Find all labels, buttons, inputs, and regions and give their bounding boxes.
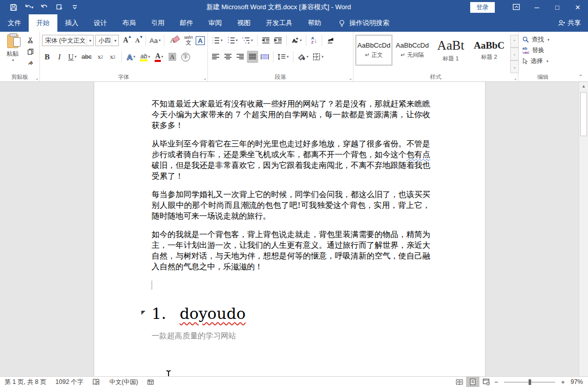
bullets-button[interactable]: ▾ xyxy=(210,34,224,47)
word-count-status[interactable]: 1092 个字 xyxy=(51,377,88,387)
heading-collapse-icon[interactable] xyxy=(141,311,145,315)
undo-dropdown-icon[interactable]: ▾ xyxy=(31,5,33,10)
save-icon[interactable] xyxy=(7,2,19,13)
close-button[interactable]: ✕ xyxy=(568,0,588,14)
shading-button[interactable]: ▾ xyxy=(296,51,310,63)
superscript-button[interactable]: x2 xyxy=(108,51,118,63)
tab-mailings[interactable]: 邮件 xyxy=(172,14,201,32)
justify-button[interactable] xyxy=(247,51,258,63)
redo-icon[interactable] xyxy=(38,2,50,13)
font-dialog-launcher-icon[interactable]: ⌟ xyxy=(204,75,206,80)
character-shading-button[interactable]: A xyxy=(167,51,178,63)
tab-review[interactable]: 审阅 xyxy=(201,14,229,32)
styles-scroll-down-icon[interactable]: ⌄ xyxy=(510,48,519,60)
collapse-ribbon-icon[interactable]: ⌃ xyxy=(579,74,583,79)
tab-design[interactable]: 设计 xyxy=(86,14,115,32)
page-number-status[interactable]: 第 1 页, 共 8 页 xyxy=(0,377,51,387)
numbering-button[interactable]: ▾ xyxy=(225,34,240,47)
paste-button[interactable]: 粘贴 ▾ xyxy=(2,33,23,73)
tab-file[interactable]: 文件 xyxy=(0,14,29,32)
scroll-up-icon[interactable]: ▲ xyxy=(579,82,588,91)
tab-help[interactable]: 帮助 xyxy=(300,14,329,32)
phonetic-guide-button[interactable]: wén文 xyxy=(183,34,194,47)
zoom-slider[interactable] xyxy=(504,382,555,382)
text-effects-button[interactable]: A▾ xyxy=(125,51,137,63)
font-color-button[interactable]: A▾ xyxy=(154,51,165,63)
grow-font-button[interactable]: A▲ xyxy=(120,34,131,47)
tab-home[interactable]: 开始 xyxy=(29,14,57,32)
document-page[interactable]: 不知道最近大家最近有没有收藏一些好用的网站了？若是没有，那就赶紧来瞧瞧今天小编为… xyxy=(94,82,486,376)
tab-developer[interactable]: 开发工具 xyxy=(258,14,300,32)
touch-mouse-mode-icon[interactable] xyxy=(53,2,66,13)
scrollbar-thumb[interactable] xyxy=(580,92,587,136)
font-size-combo[interactable]: 小四 ▾ xyxy=(95,35,119,46)
align-center-button[interactable] xyxy=(222,51,234,63)
tab-references[interactable]: 引用 xyxy=(143,14,172,32)
minimize-button[interactable]: ─ xyxy=(527,0,547,14)
multilevel-list-button[interactable]: ▾ xyxy=(240,34,255,47)
tab-view[interactable]: 视图 xyxy=(229,14,258,32)
increase-indent-button[interactable] xyxy=(272,34,284,47)
find-button[interactable]: 查找▾ xyxy=(520,34,552,45)
format-painter-icon[interactable] xyxy=(25,58,36,69)
clear-formatting-button[interactable]: A xyxy=(167,34,178,47)
underline-button[interactable]: U▾ xyxy=(67,51,78,63)
clipboard-dialog-launcher-icon[interactable]: ⌟ xyxy=(36,75,38,80)
style-heading1[interactable]: AaBt 标题 1 xyxy=(432,35,469,66)
proofing-status-icon[interactable] xyxy=(88,377,104,387)
customize-qat-icon[interactable] xyxy=(69,2,81,13)
show-hide-marks-button[interactable] xyxy=(325,34,336,47)
share-button[interactable]: 共享 xyxy=(558,14,581,32)
shrink-font-button[interactable]: A▼ xyxy=(132,34,142,47)
text-highlight-button[interactable]: ab▾ xyxy=(139,51,152,63)
sort-button[interactable]: AZ↓ xyxy=(309,34,319,47)
distribute-button[interactable] xyxy=(259,51,270,63)
read-mode-icon[interactable] xyxy=(453,377,466,387)
line-spacing-button[interactable]: ▾ xyxy=(276,51,290,63)
select-button[interactable]: 选择▾ xyxy=(520,56,552,67)
style-normal[interactable]: AaBbCcDd ↵ 正文 xyxy=(355,35,392,66)
style-heading2[interactable]: AaBbC 标题 2 xyxy=(471,35,508,66)
zoom-percentage[interactable]: 97% xyxy=(566,378,588,385)
character-border-button[interactable]: A xyxy=(195,34,205,47)
macro-recording-icon[interactable] xyxy=(142,377,159,387)
print-layout-icon[interactable] xyxy=(466,377,479,387)
tell-me-search[interactable]: 操作说明搜索 xyxy=(338,14,389,32)
paragraph-group-label: 段落 xyxy=(208,73,353,81)
paragraph-dialog-launcher-icon[interactable]: ⌟ xyxy=(349,75,351,80)
borders-button[interactable]: ▾ xyxy=(311,51,325,63)
paste-dropdown-icon[interactable]: ▾ xyxy=(12,58,14,62)
zoom-out-icon[interactable]: − xyxy=(493,378,500,386)
replace-button[interactable]: ab⤷ac 替换 xyxy=(520,45,552,56)
web-layout-icon[interactable] xyxy=(479,377,493,387)
styles-dialog-launcher-icon[interactable]: ⌟ xyxy=(514,75,516,80)
styles-scroll-up-icon[interactable]: ⌃ xyxy=(510,35,519,48)
tab-insert[interactable]: 插入 xyxy=(57,14,86,32)
zoom-slider-thumb[interactable] xyxy=(529,379,531,385)
strikethrough-button[interactable]: abc xyxy=(80,51,93,63)
tab-layout[interactable]: 布局 xyxy=(115,14,143,32)
zoom-in-icon[interactable]: + xyxy=(559,378,566,386)
undo-icon[interactable]: ▾ xyxy=(23,2,35,13)
document-text[interactable]: 不知道最近大家最近有没有收藏一些好用的网站了？若是没有，那就赶紧来瞧瞧今天小编为… xyxy=(152,99,430,341)
login-button[interactable]: 登录 xyxy=(470,2,495,13)
styles-more-icon[interactable]: ⌄̱ xyxy=(510,60,519,73)
copy-icon[interactable] xyxy=(25,47,36,57)
maximize-button[interactable]: □ xyxy=(547,0,568,14)
bold-button[interactable]: B xyxy=(42,51,52,63)
font-name-combo[interactable]: 宋体 (中文正文 ▾ xyxy=(42,35,94,46)
subscript-button[interactable]: x2 xyxy=(95,51,106,63)
vertical-scrollbar[interactable]: ▲ xyxy=(579,82,588,376)
ribbon-display-options-icon[interactable] xyxy=(506,0,527,14)
change-case-button[interactable]: Aa▾ xyxy=(149,34,161,47)
decrease-indent-button[interactable] xyxy=(260,34,271,47)
style-no-spacing[interactable]: AaBbCcDd ↵ 无间隔 xyxy=(394,35,431,66)
align-left-button[interactable] xyxy=(210,51,221,63)
italic-button[interactable]: I xyxy=(54,51,65,63)
enclose-characters-button[interactable]: 字 xyxy=(180,51,192,63)
style-mark-icon: ↵ xyxy=(401,52,405,58)
cut-icon[interactable] xyxy=(25,35,36,45)
asian-layout-button[interactable]: A▾ xyxy=(289,34,304,47)
align-right-button[interactable] xyxy=(235,51,246,63)
language-status[interactable]: 中文(中国) xyxy=(104,377,142,387)
